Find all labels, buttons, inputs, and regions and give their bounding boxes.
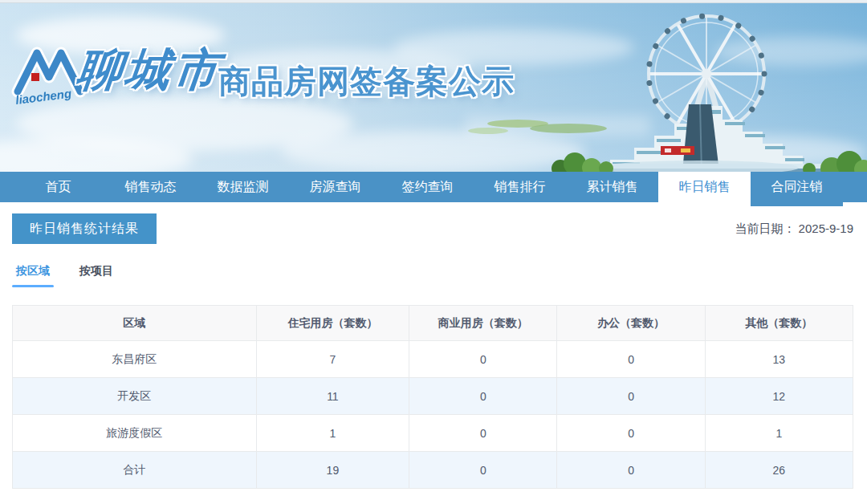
value-cell: 19 — [256, 452, 409, 489]
date-label: 当前日期： — [735, 222, 796, 235]
value-cell: 0 — [409, 415, 557, 452]
content-area: 昨日销售统计结果 当前日期：2025-9-19 按区域 按项目 区域住宅用房（套… — [0, 213, 867, 489]
view-tab[interactable]: 按区域 — [16, 264, 50, 287]
content-header: 昨日销售统计结果 当前日期：2025-9-19 — [12, 213, 853, 244]
site-banner: liaocheng 聊城市 商品房网签备案公示 — [0, 3, 867, 172]
value-cell: 0 — [409, 341, 557, 378]
table-row: 合计190026 — [13, 452, 853, 489]
table-header-row: 区域住宅用房（套数）商业用房（套数）办公（套数）其他（套数） — [13, 306, 853, 341]
section-title-badge: 昨日销售统计结果 — [12, 213, 157, 244]
value-cell: 11 — [256, 378, 409, 415]
value-cell: 0 — [409, 378, 557, 415]
column-header: 商业用房（套数） — [409, 306, 557, 341]
current-date: 当前日期：2025-9-19 — [735, 222, 853, 237]
site-title: 商品房网签备案公示 — [218, 59, 515, 104]
date-value: 2025-9-19 — [799, 222, 853, 235]
value-cell: 1 — [705, 415, 853, 452]
value-cell: 0 — [557, 378, 705, 415]
region-cell: 东昌府区 — [13, 341, 257, 378]
table-body: 东昌府区70013开发区110012旅游度假区1001合计190026 — [13, 341, 853, 489]
value-cell: 0 — [409, 452, 557, 489]
nav-item[interactable]: 销售动态 — [104, 172, 197, 202]
value-cell: 0 — [557, 415, 705, 452]
value-cell: 0 — [557, 341, 705, 378]
nav-item[interactable]: 签约查询 — [381, 172, 474, 202]
value-cell: 26 — [705, 452, 853, 489]
table-row: 开发区110012 — [13, 378, 853, 415]
column-header: 区域 — [13, 306, 257, 341]
value-cell: 0 — [557, 452, 705, 489]
table-row: 东昌府区70013 — [13, 341, 853, 378]
value-cell: 1 — [256, 415, 409, 452]
sales-table: 区域住宅用房（套数）商业用房（套数）办公（套数）其他（套数） 东昌府区70013… — [12, 305, 853, 489]
column-header: 其他（套数） — [705, 306, 853, 341]
nav-item[interactable]: 数据监测 — [197, 172, 289, 202]
value-cell: 13 — [705, 341, 853, 378]
site-name-calligraphy: 聊城市 — [74, 40, 225, 101]
value-cell: 12 — [705, 378, 853, 415]
nav-item[interactable]: 房源查询 — [289, 172, 381, 202]
table-row: 旅游度假区1001 — [13, 415, 853, 452]
view-tab[interactable]: 按项目 — [79, 264, 113, 287]
waterline — [466, 116, 650, 136]
region-cell: 开发区 — [13, 378, 257, 415]
region-cell: 合计 — [13, 452, 257, 489]
main-nav: 首页 销售动态 数据监测 房源查询 签约查询 销售排行 累计销售 昨日销售 合同… — [0, 172, 867, 202]
nav-item[interactable]: 累计销售 — [566, 172, 658, 202]
value-cell: 7 — [256, 341, 409, 378]
table-head: 区域住宅用房（套数）商业用房（套数）办公（套数）其他（套数） — [13, 306, 853, 341]
view-tabs: 按区域 按项目 — [16, 264, 867, 287]
nav-item[interactable]: 昨日销售 — [658, 172, 751, 209]
nav-item[interactable]: 首页 — [12, 172, 104, 202]
region-cell: 旅游度假区 — [13, 415, 257, 452]
column-header: 住宅用房（套数） — [256, 306, 409, 341]
column-header: 办公（套数） — [557, 306, 705, 341]
nav-item[interactable]: 销售排行 — [474, 172, 566, 202]
nav-item[interactable]: 合同注销 — [751, 172, 843, 206]
